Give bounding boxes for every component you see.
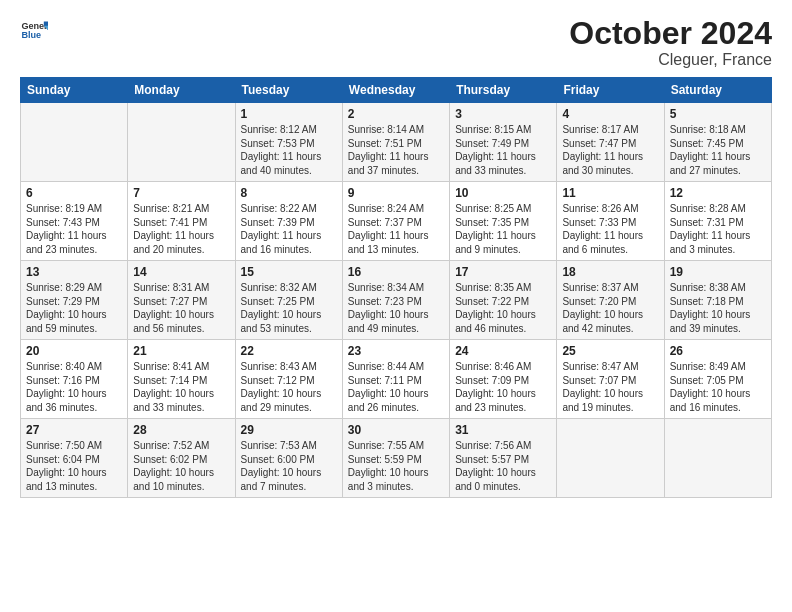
day-number: 24 — [455, 344, 551, 358]
calendar-cell: 16Sunrise: 8:34 AM Sunset: 7:23 PM Dayli… — [342, 261, 449, 340]
day-number: 21 — [133, 344, 229, 358]
day-info: Sunrise: 7:56 AM Sunset: 5:57 PM Dayligh… — [455, 439, 551, 493]
day-info: Sunrise: 8:24 AM Sunset: 7:37 PM Dayligh… — [348, 202, 444, 256]
col-monday: Monday — [128, 78, 235, 103]
logo-icon: General Blue — [20, 16, 48, 44]
day-info: Sunrise: 8:28 AM Sunset: 7:31 PM Dayligh… — [670, 202, 766, 256]
calendar-cell: 19Sunrise: 8:38 AM Sunset: 7:18 PM Dayli… — [664, 261, 771, 340]
calendar-cell: 7Sunrise: 8:21 AM Sunset: 7:41 PM Daylig… — [128, 182, 235, 261]
calendar-cell: 4Sunrise: 8:17 AM Sunset: 7:47 PM Daylig… — [557, 103, 664, 182]
calendar-cell: 23Sunrise: 8:44 AM Sunset: 7:11 PM Dayli… — [342, 340, 449, 419]
calendar-cell: 9Sunrise: 8:24 AM Sunset: 7:37 PM Daylig… — [342, 182, 449, 261]
day-number: 20 — [26, 344, 122, 358]
day-info: Sunrise: 8:29 AM Sunset: 7:29 PM Dayligh… — [26, 281, 122, 335]
day-info: Sunrise: 8:14 AM Sunset: 7:51 PM Dayligh… — [348, 123, 444, 177]
calendar-cell: 2Sunrise: 8:14 AM Sunset: 7:51 PM Daylig… — [342, 103, 449, 182]
day-number: 7 — [133, 186, 229, 200]
calendar-cell — [664, 419, 771, 498]
location: Cleguer, France — [569, 51, 772, 69]
calendar-cell: 14Sunrise: 8:31 AM Sunset: 7:27 PM Dayli… — [128, 261, 235, 340]
day-number: 12 — [670, 186, 766, 200]
calendar-cell: 22Sunrise: 8:43 AM Sunset: 7:12 PM Dayli… — [235, 340, 342, 419]
day-number: 16 — [348, 265, 444, 279]
day-number: 9 — [348, 186, 444, 200]
day-info: Sunrise: 8:43 AM Sunset: 7:12 PM Dayligh… — [241, 360, 337, 414]
logo: General Blue — [20, 16, 48, 44]
day-number: 28 — [133, 423, 229, 437]
day-info: Sunrise: 8:47 AM Sunset: 7:07 PM Dayligh… — [562, 360, 658, 414]
calendar-cell: 6Sunrise: 8:19 AM Sunset: 7:43 PM Daylig… — [21, 182, 128, 261]
day-number: 17 — [455, 265, 551, 279]
day-number: 30 — [348, 423, 444, 437]
svg-text:Blue: Blue — [21, 30, 41, 40]
calendar-cell: 20Sunrise: 8:40 AM Sunset: 7:16 PM Dayli… — [21, 340, 128, 419]
calendar-week-2: 6Sunrise: 8:19 AM Sunset: 7:43 PM Daylig… — [21, 182, 772, 261]
day-info: Sunrise: 8:46 AM Sunset: 7:09 PM Dayligh… — [455, 360, 551, 414]
calendar-cell: 30Sunrise: 7:55 AM Sunset: 5:59 PM Dayli… — [342, 419, 449, 498]
page-container: General Blue October 2024 Cleguer, Franc… — [0, 0, 792, 508]
day-number: 11 — [562, 186, 658, 200]
day-number: 26 — [670, 344, 766, 358]
calendar-cell: 13Sunrise: 8:29 AM Sunset: 7:29 PM Dayli… — [21, 261, 128, 340]
day-number: 27 — [26, 423, 122, 437]
title-area: October 2024 Cleguer, France — [569, 16, 772, 69]
calendar-cell — [557, 419, 664, 498]
day-info: Sunrise: 8:37 AM Sunset: 7:20 PM Dayligh… — [562, 281, 658, 335]
day-number: 1 — [241, 107, 337, 121]
month-title: October 2024 — [569, 16, 772, 51]
calendar-cell: 26Sunrise: 8:49 AM Sunset: 7:05 PM Dayli… — [664, 340, 771, 419]
day-info: Sunrise: 8:15 AM Sunset: 7:49 PM Dayligh… — [455, 123, 551, 177]
calendar-cell: 28Sunrise: 7:52 AM Sunset: 6:02 PM Dayli… — [128, 419, 235, 498]
day-number: 8 — [241, 186, 337, 200]
col-friday: Friday — [557, 78, 664, 103]
calendar-week-4: 20Sunrise: 8:40 AM Sunset: 7:16 PM Dayli… — [21, 340, 772, 419]
day-number: 15 — [241, 265, 337, 279]
day-number: 18 — [562, 265, 658, 279]
calendar-cell: 3Sunrise: 8:15 AM Sunset: 7:49 PM Daylig… — [450, 103, 557, 182]
day-number: 2 — [348, 107, 444, 121]
day-number: 3 — [455, 107, 551, 121]
day-info: Sunrise: 7:52 AM Sunset: 6:02 PM Dayligh… — [133, 439, 229, 493]
day-info: Sunrise: 7:55 AM Sunset: 5:59 PM Dayligh… — [348, 439, 444, 493]
day-info: Sunrise: 8:31 AM Sunset: 7:27 PM Dayligh… — [133, 281, 229, 335]
day-info: Sunrise: 8:26 AM Sunset: 7:33 PM Dayligh… — [562, 202, 658, 256]
day-number: 23 — [348, 344, 444, 358]
day-info: Sunrise: 8:12 AM Sunset: 7:53 PM Dayligh… — [241, 123, 337, 177]
day-number: 22 — [241, 344, 337, 358]
day-number: 6 — [26, 186, 122, 200]
day-info: Sunrise: 7:50 AM Sunset: 6:04 PM Dayligh… — [26, 439, 122, 493]
day-info: Sunrise: 8:18 AM Sunset: 7:45 PM Dayligh… — [670, 123, 766, 177]
calendar-cell: 12Sunrise: 8:28 AM Sunset: 7:31 PM Dayli… — [664, 182, 771, 261]
calendar-week-5: 27Sunrise: 7:50 AM Sunset: 6:04 PM Dayli… — [21, 419, 772, 498]
day-number: 5 — [670, 107, 766, 121]
calendar-cell — [21, 103, 128, 182]
header: General Blue October 2024 Cleguer, Franc… — [20, 16, 772, 69]
calendar-table: Sunday Monday Tuesday Wednesday Thursday… — [20, 77, 772, 498]
day-info: Sunrise: 8:21 AM Sunset: 7:41 PM Dayligh… — [133, 202, 229, 256]
day-number: 19 — [670, 265, 766, 279]
day-number: 10 — [455, 186, 551, 200]
day-info: Sunrise: 8:44 AM Sunset: 7:11 PM Dayligh… — [348, 360, 444, 414]
calendar-cell: 1Sunrise: 8:12 AM Sunset: 7:53 PM Daylig… — [235, 103, 342, 182]
calendar-cell: 11Sunrise: 8:26 AM Sunset: 7:33 PM Dayli… — [557, 182, 664, 261]
calendar-cell — [128, 103, 235, 182]
day-info: Sunrise: 8:19 AM Sunset: 7:43 PM Dayligh… — [26, 202, 122, 256]
header-row: Sunday Monday Tuesday Wednesday Thursday… — [21, 78, 772, 103]
day-info: Sunrise: 8:35 AM Sunset: 7:22 PM Dayligh… — [455, 281, 551, 335]
day-info: Sunrise: 7:53 AM Sunset: 6:00 PM Dayligh… — [241, 439, 337, 493]
day-info: Sunrise: 8:25 AM Sunset: 7:35 PM Dayligh… — [455, 202, 551, 256]
day-info: Sunrise: 8:17 AM Sunset: 7:47 PM Dayligh… — [562, 123, 658, 177]
day-info: Sunrise: 8:22 AM Sunset: 7:39 PM Dayligh… — [241, 202, 337, 256]
calendar-cell: 8Sunrise: 8:22 AM Sunset: 7:39 PM Daylig… — [235, 182, 342, 261]
col-sunday: Sunday — [21, 78, 128, 103]
day-info: Sunrise: 8:41 AM Sunset: 7:14 PM Dayligh… — [133, 360, 229, 414]
day-number: 13 — [26, 265, 122, 279]
calendar-cell: 17Sunrise: 8:35 AM Sunset: 7:22 PM Dayli… — [450, 261, 557, 340]
calendar-cell: 18Sunrise: 8:37 AM Sunset: 7:20 PM Dayli… — [557, 261, 664, 340]
day-info: Sunrise: 8:34 AM Sunset: 7:23 PM Dayligh… — [348, 281, 444, 335]
calendar-cell: 27Sunrise: 7:50 AM Sunset: 6:04 PM Dayli… — [21, 419, 128, 498]
calendar-cell: 5Sunrise: 8:18 AM Sunset: 7:45 PM Daylig… — [664, 103, 771, 182]
day-info: Sunrise: 8:49 AM Sunset: 7:05 PM Dayligh… — [670, 360, 766, 414]
day-number: 25 — [562, 344, 658, 358]
calendar-cell: 10Sunrise: 8:25 AM Sunset: 7:35 PM Dayli… — [450, 182, 557, 261]
